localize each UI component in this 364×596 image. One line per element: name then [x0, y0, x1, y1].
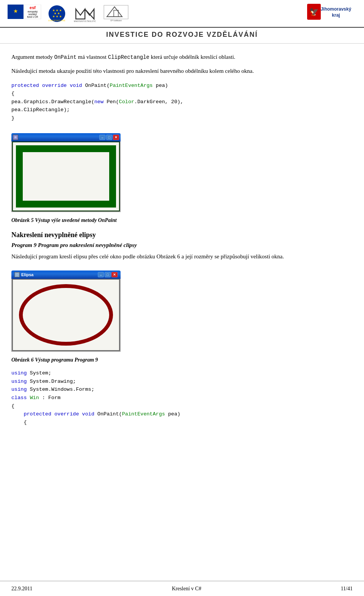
ministry-logo: MINISTERSTVO ŠKOLSTVÍ, [72, 5, 98, 23]
code-line-3: pea.Graphics.DrawRectangle(new Pen(Color… [11, 98, 353, 106]
code2-line-3: using System.Windows.Forms; [11, 385, 353, 394]
win-btn-minimize-2[interactable]: – [98, 272, 104, 277]
svg-text:Jihomoravský: Jihomoravský [321, 6, 351, 12]
eu-logo: ★ ★ ★ ★ ★ ★ ★ ★ EVROPSKÁ UNIE [47, 5, 67, 23]
win-frame-2 [11, 279, 121, 352]
svg-text:MINISTERSTVO ŠKOLSTVÍ,: MINISTERSTVO ŠKOLSTVÍ, [74, 20, 96, 22]
kw-void: void [70, 83, 82, 88]
caption-2: Obrázek 6 Výstup programu Program 9 [11, 357, 353, 363]
win-btn-close-1[interactable]: ✕ [113, 135, 119, 140]
footer-page: 11/41 [341, 586, 353, 592]
svg-text:sociální: sociální [28, 13, 37, 16]
win-title-2: Elipsa [21, 272, 98, 277]
paragraph-3: Následující program kreslí elipsu přes c… [11, 252, 353, 261]
page-container: ★ esf evropský sociální fond v ČR ★ ★ ★ … [0, 0, 364, 596]
kw-using-3: using [11, 387, 27, 392]
jihomoravsky-svg: 🦅 Jihomoravský kraj [307, 4, 356, 22]
kw-using-2: using [11, 379, 27, 384]
win-btn-maximize-2[interactable]: □ [105, 272, 111, 277]
code-onpaint-1: OnPaint [54, 54, 77, 60]
win-titlebar-1: ⊞ – □ ✕ [11, 133, 121, 142]
logo-left-group: ★ esf evropský sociální fond v ČR ★ ★ ★ … [8, 5, 129, 23]
svg-text:★: ★ [13, 8, 18, 14]
main-content: Argument metody OnPaint má vlastnost Cli… [0, 44, 364, 596]
win-controls-1: – □ ✕ [99, 135, 119, 140]
drawn-ellipse [19, 284, 113, 346]
banner-text: INVESTICE DO ROZVOJE VZDĚLÁVÁNÍ [106, 31, 258, 38]
kw-color: Color [119, 99, 135, 105]
svg-text:OP Vzdělávání: OP Vzdělávání [110, 20, 122, 22]
caption-1: Obrázek 5 Výstup výše uvedené metody OnP… [11, 217, 353, 223]
code-block-1: protected override void OnPaint(PaintEve… [11, 82, 353, 123]
svg-text:🦅: 🦅 [309, 7, 319, 16]
kw-void-2: void [82, 411, 94, 417]
kw-win: Win [30, 395, 39, 401]
op-logo: OP Vzdělávání [103, 5, 129, 23]
win-btn-close-2[interactable]: ✕ [111, 272, 118, 277]
screenshot-2: ⬡ Elipsa – □ ✕ [11, 270, 121, 352]
footer-date: 22.9.2011 [11, 586, 32, 592]
kw-protected: protected [11, 83, 39, 88]
footer-title: Kreslení v C# [172, 586, 201, 592]
win-btn-maximize-1[interactable]: □ [106, 135, 112, 140]
code-line-2: { [11, 90, 353, 98]
paragraph-2: Následující metoda ukazuje použití této … [11, 67, 353, 75]
code-line-4: pea.ClipRectangle); [11, 106, 353, 114]
footer: 22.9.2011 Kreslení v C# 11/41 [0, 581, 364, 596]
program-label: Program 9 Program pro nakreslení nevypln… [11, 242, 353, 248]
header-logos: ★ esf evropský sociální fond v ČR ★ ★ ★ … [0, 0, 364, 28]
section-heading-ellipse: Nakreslení nevyplněné elipsy [11, 231, 353, 239]
code2-line-2: using System.Drawing; [11, 377, 353, 386]
kw-override: override [42, 83, 67, 88]
code2-line-1: using System; [11, 369, 353, 377]
svg-text:esf: esf [30, 5, 36, 10]
code-cliprect: ClipRectangle [108, 54, 149, 60]
code2-line-4: class Win : Form [11, 394, 353, 402]
win-icon-2: ⬡ [14, 272, 20, 277]
win-body-content-1 [13, 142, 119, 211]
win-icon-1: ⊞ [13, 135, 18, 140]
kw-using-1: using [11, 370, 27, 376]
win-body-1 [12, 142, 120, 211]
code-line-5: } [11, 114, 353, 123]
kw-painteventargs-2: PaintEventArgs [122, 411, 165, 417]
esf-logo: ★ esf evropský sociální fond v ČR [8, 5, 42, 23]
svg-text:★ ★ ★: ★ ★ ★ [52, 15, 62, 18]
jihomoravsky-logo: 🦅 Jihomoravský kraj [307, 4, 356, 23]
code-block-2: using System; using System.Drawing; usin… [11, 369, 353, 426]
svg-text:fond v ČR: fond v ČR [27, 15, 38, 18]
win-btn-minimize-1[interactable]: – [99, 135, 105, 140]
drawn-green-rect [16, 145, 116, 208]
svg-text:EVROPSKÁ UNIE: EVROPSKÁ UNIE [49, 19, 66, 22]
paragraph-1: Argument metody OnPaint má vlastnost Cli… [11, 53, 353, 61]
win-titlebar-2: ⬡ Elipsa – □ ✕ [11, 270, 121, 279]
banner: INVESTICE DO ROZVOJE VZDĚLÁVÁNÍ [0, 28, 364, 44]
kw-painteventargs: PaintEventArgs [110, 83, 152, 88]
code-line-1: protected override void OnPaint(PaintEve… [11, 82, 353, 90]
kw-protected-2: protected [24, 411, 51, 417]
code2-line-6: protected override void OnPaint(PaintEve… [11, 410, 353, 418]
kw-class: class [11, 395, 27, 401]
svg-marker-13 [85, 9, 94, 19]
win-body-2 [12, 279, 120, 351]
screenshot-1: ⊞ – □ ✕ [11, 133, 121, 212]
code2-line-7: { [11, 418, 353, 427]
kw-override-2: override [54, 411, 79, 417]
kw-new: new [94, 99, 104, 105]
win-frame-1 [11, 142, 121, 212]
win-controls-2: – □ ✕ [98, 272, 118, 277]
code2-line-5: { [11, 402, 353, 410]
svg-text:kraj: kraj [332, 13, 340, 18]
svg-marker-12 [76, 9, 85, 19]
